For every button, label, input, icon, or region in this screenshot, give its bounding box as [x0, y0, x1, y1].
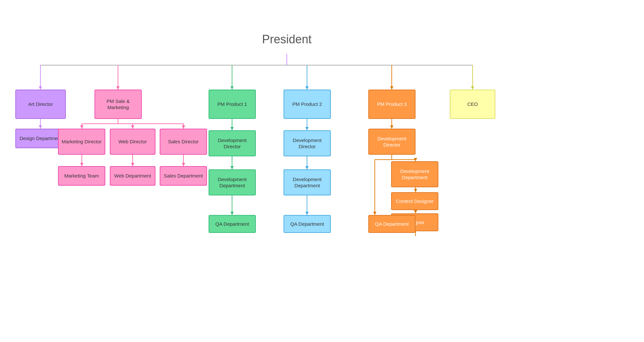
- dev-director3-node[interactable]: Development Director: [368, 129, 416, 155]
- org-chart-canvas: President Art Director Design Department…: [0, 0, 644, 342]
- svg-marker-9: [305, 86, 309, 90]
- svg-marker-29: [182, 163, 185, 166]
- svg-marker-53: [414, 210, 417, 213]
- svg-marker-25: [80, 163, 83, 166]
- svg-marker-7: [230, 86, 234, 90]
- sales-dept-node[interactable]: Sales Department: [160, 166, 207, 186]
- pm-product3-node[interactable]: PM Product 3: [368, 90, 416, 119]
- svg-marker-11: [390, 86, 393, 90]
- web-director-node[interactable]: Web Director: [110, 129, 155, 155]
- dev-dept2-node[interactable]: Development Department: [284, 169, 331, 195]
- dev-dept1-node[interactable]: Development Department: [209, 169, 256, 195]
- svg-marker-5: [116, 86, 120, 90]
- qa-dept3-node[interactable]: QA Department: [368, 215, 416, 233]
- svg-marker-43: [390, 125, 393, 129]
- svg-marker-33: [230, 166, 234, 169]
- dev-director1-node[interactable]: Development Director: [209, 130, 256, 156]
- svg-marker-27: [131, 163, 134, 166]
- pm-product2-node[interactable]: PM Product 2: [284, 90, 331, 119]
- marketing-team-node[interactable]: Marketing Team: [58, 166, 105, 186]
- svg-marker-35: [230, 212, 234, 215]
- svg-marker-23: [182, 125, 185, 129]
- dev-dept3-node[interactable]: Development Department: [391, 161, 438, 187]
- svg-marker-3: [39, 86, 42, 90]
- president-node: President: [254, 33, 319, 46]
- svg-marker-39: [305, 166, 309, 169]
- svg-marker-15: [39, 125, 42, 129]
- svg-marker-21: [131, 125, 134, 129]
- art-director-node[interactable]: Art Director: [15, 90, 66, 119]
- qa-dept2-node[interactable]: QA Department: [284, 215, 331, 233]
- svg-marker-19: [80, 125, 83, 129]
- qa-dept1-node[interactable]: QA Department: [209, 215, 256, 233]
- pm-sale-marketing-node[interactable]: PM Sale & Marketing: [95, 90, 142, 119]
- svg-marker-31: [230, 127, 234, 130]
- svg-marker-41: [305, 212, 309, 215]
- svg-marker-49: [414, 158, 417, 161]
- ceo-node[interactable]: CEO: [450, 90, 495, 119]
- pm-product1-node[interactable]: PM Product 1: [209, 90, 256, 119]
- svg-marker-47: [373, 212, 376, 215]
- marketing-director-node[interactable]: Marketing Director: [58, 129, 105, 155]
- content-designer-node[interactable]: Content Designer: [391, 192, 438, 210]
- svg-marker-13: [471, 86, 474, 90]
- dev-director2-node[interactable]: Development Director: [284, 130, 331, 156]
- web-dept-node[interactable]: Web Department: [110, 166, 155, 186]
- svg-marker-51: [414, 189, 417, 192]
- svg-marker-37: [305, 127, 309, 130]
- sales-director-node[interactable]: Sales Director: [160, 129, 207, 155]
